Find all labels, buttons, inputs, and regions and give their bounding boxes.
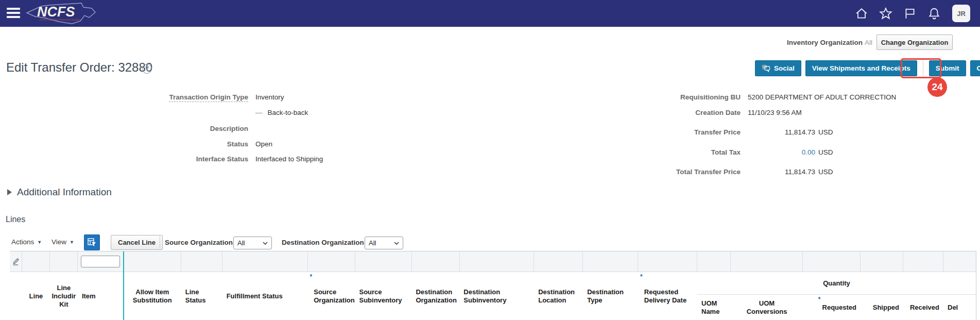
chevron-down-icon <box>37 240 42 245</box>
cancel-button[interactable]: Cancel <box>970 60 980 76</box>
field-total-tax: Total Tax 0.00USD <box>658 147 833 157</box>
field-interface-status: Interface Status Interfaced to Shipping <box>140 154 323 164</box>
frozen-column-splitter[interactable] <box>123 251 124 320</box>
actions-menu[interactable]: Actions <box>11 238 42 246</box>
page-title: Edit Transfer Order: 32880 <box>6 60 152 75</box>
column-header-line-status[interactable]: Line Status <box>181 272 222 320</box>
column-header-received-quantity[interactable]: Received <box>903 295 943 320</box>
total-tax-link[interactable]: 0.00 <box>748 148 815 156</box>
query-by-example-button[interactable] <box>84 234 100 250</box>
social-button[interactable]: Social <box>755 60 801 76</box>
column-header-source-organization[interactable]: *Source Organization <box>308 272 355 320</box>
field-transaction-origin-type: Transaction Origin Type Inventory <box>140 92 284 102</box>
additional-information-expander[interactable]: Additional Information <box>7 187 112 198</box>
field-back-to-back: —Back-to-back <box>140 107 308 117</box>
hamburger-menu-icon[interactable] <box>7 8 20 19</box>
top-navbar: NCFS North Carolina Financial System JR <box>0 0 980 27</box>
select-chevron-icon <box>263 242 268 245</box>
destination-organization-label: Destination Organization <box>282 239 364 246</box>
field-status: Status Open <box>140 139 272 149</box>
social-button-label: Social <box>774 64 795 72</box>
inventory-organization-label: Inventory Organization <box>787 39 863 46</box>
column-header-source-subinventory[interactable]: Source Subinventory <box>355 272 411 320</box>
svg-text:NCFS: NCFS <box>37 4 75 20</box>
column-header-delivered-quantity[interactable]: Del <box>943 295 976 320</box>
column-header-allow-item-substitution[interactable]: Allow Item Substitution <box>124 272 181 320</box>
notifications-bell-icon[interactable] <box>927 7 941 20</box>
destination-organization-select[interactable]: All <box>365 237 403 249</box>
column-header-requested-delivery-date[interactable]: *Requested Delivery Date <box>638 272 697 320</box>
source-organization-label: Source Organization <box>165 239 233 246</box>
watchlist-flag-icon[interactable] <box>903 7 917 20</box>
lines-table: Line Line Includir Kit Item Allow Item S… <box>10 251 976 320</box>
source-organization-select[interactable]: All <box>233 237 272 249</box>
field-creation-date: Creation Date 11/10/23 9:56 AM <box>658 107 802 117</box>
expander-arrow-icon <box>7 189 12 195</box>
column-header-destination-organization[interactable]: Destination Organization <box>411 272 459 320</box>
view-menu[interactable]: View <box>51 238 74 246</box>
field-requisitioning-bu: Requisitioning BU 5200 DEPARTMENT OF ADU… <box>658 92 896 102</box>
column-header-uom-name[interactable]: UOM Name <box>697 295 731 320</box>
annotation-step-badge: 24 <box>927 77 947 97</box>
item-filter-input[interactable] <box>81 256 120 267</box>
cancel-line-button[interactable]: Cancel Line <box>111 235 163 250</box>
field-transfer-price: Transfer Price 11,814.73USD <box>658 127 833 137</box>
inventory-organization-value: All <box>865 39 872 46</box>
lines-toolbar: Actions View Cancel Line Source Organiza… <box>0 233 980 251</box>
column-header-item[interactable]: Item <box>78 272 124 320</box>
quantity-group-label: Quantity <box>697 272 976 295</box>
column-header-marker <box>10 272 22 320</box>
column-header-shipped-quantity[interactable]: Shipped <box>861 295 903 320</box>
change-organization-button[interactable]: Change Organization <box>876 35 953 50</box>
quantity-column-group: Quantity UOM Name UOM Conversions *Reque… <box>697 272 976 320</box>
column-header-uom-conversions[interactable]: UOM Conversions <box>731 295 803 320</box>
column-header-fulfillment-status[interactable]: Fulfillment Status <box>222 272 308 320</box>
chevron-down-icon <box>70 240 74 245</box>
toolbar-separator <box>160 236 160 249</box>
button-separator <box>923 61 923 76</box>
help-icon[interactable] <box>142 64 152 74</box>
column-header-destination-location[interactable]: Destination Location <box>534 272 583 320</box>
column-header-requested-quantity[interactable]: *Requested <box>803 295 861 320</box>
favorites-star-icon[interactable] <box>879 7 892 20</box>
disabled-checkbox-icon: — <box>255 109 263 116</box>
edit-pencil-icon[interactable] <box>12 258 20 266</box>
ncfs-logo[interactable]: NCFS North Carolina Financial System <box>24 1 101 28</box>
table-header-row: Line Line Includir Kit Item Allow Item S… <box>10 272 976 320</box>
column-header-destination-type[interactable]: Destination Type <box>583 272 638 320</box>
column-header-destination-subinventory[interactable]: Destination Subinventory <box>459 272 534 320</box>
select-chevron-icon <box>394 242 399 245</box>
table-filter-icon <box>87 238 97 247</box>
social-chat-icon <box>762 64 770 72</box>
svg-text:North Carolina Financial Syste: North Carolina Financial System <box>40 18 80 21</box>
column-header-line-includes-kit[interactable]: Line Includir Kit <box>50 272 78 320</box>
view-shipments-and-receipts-button[interactable]: View Shipments and Receipts <box>805 60 917 76</box>
additional-information-label: Additional Information <box>17 187 112 198</box>
submit-button[interactable]: Submit <box>929 60 966 76</box>
lines-section-title: Lines <box>6 215 25 224</box>
field-total-transfer-price: Total Transfer Price 11,814.73USD <box>658 166 833 177</box>
field-description: Description <box>140 123 255 133</box>
column-header-line[interactable]: Line <box>22 272 50 320</box>
home-icon[interactable] <box>855 7 868 20</box>
user-avatar[interactable]: JR <box>952 5 970 22</box>
filter-row <box>10 251 976 272</box>
